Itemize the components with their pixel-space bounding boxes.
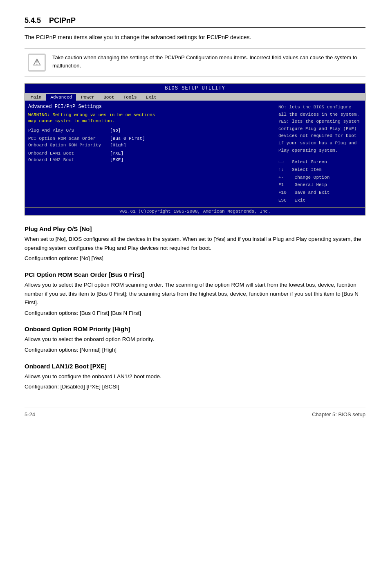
bios-header: BIOS SETUP UTILITY xyxy=(25,84,365,93)
subsection-onboard-option-rom-config: Configuration options: [Normal] [High] xyxy=(25,346,365,355)
bios-warning: WARNING: Setting wrong values in below s… xyxy=(28,112,271,125)
warning-text: Take caution when changing the settings … xyxy=(52,54,362,70)
bios-item-onboard-option-rom: Onboard Option ROM Priority [High] xyxy=(28,143,271,148)
warning-icon: ⚠ xyxy=(28,54,46,72)
footer-page-number: 5-24 xyxy=(25,411,35,417)
subsection-pci-option-rom-title: PCI Option ROM Scan Order [Bus 0 First] xyxy=(25,271,365,278)
subsection-onboard-option-rom-body: Allows you to select the onboard option … xyxy=(25,335,365,344)
bios-help-text: NO: lets the BIOS configure all the devi… xyxy=(278,104,362,154)
bios-item-group-1: Plug And Play O/S [No] xyxy=(28,128,271,133)
bios-item-onboard-option-label: Onboard Option ROM Priority xyxy=(28,143,110,148)
bios-key-select-item: ↑↓ Select Item xyxy=(278,166,362,174)
subsection-pci-option-rom-body: Allows you to select the PCI option ROM … xyxy=(25,281,365,307)
section-title: PCIPnP xyxy=(49,16,76,25)
subsection-onboard-lan-boot: Onboard LAN1/2 Boot [PXE] Allows you to … xyxy=(25,363,365,391)
bios-key-esc-exit: ESC Exit xyxy=(278,197,362,204)
warning-box: ⚠ Take caution when changing the setting… xyxy=(25,48,365,77)
subsection-plug-and-play-title: Plug And Play O/S [No] xyxy=(25,225,365,232)
bios-warning-line1: WARNING: Setting wrong values in below s… xyxy=(28,112,155,117)
bios-item-pci-option-rom: PCI Option ROM Scan Order [Bus 0 First] xyxy=(28,136,271,141)
bios-item-group-2: PCI Option ROM Scan Order [Bus 0 First] … xyxy=(28,136,271,148)
page-footer: 5-24 Chapter 5: BIOS setup xyxy=(25,408,365,417)
subsection-onboard-option-rom: Onboard Option ROM Priority [High] Allow… xyxy=(25,325,365,354)
section-heading: 5.4.5PCIPnP xyxy=(25,16,365,28)
bios-left-panel: Advanced PCI/PnP Settings WARNING: Setti… xyxy=(25,101,275,207)
bios-key-save-exit: F10 Save and Exit xyxy=(278,189,362,197)
footer-chapter: Chapter 5: BIOS setup xyxy=(312,411,365,417)
subsection-pci-option-rom: PCI Option ROM Scan Order [Bus 0 First] … xyxy=(25,271,365,317)
intro-text: The PCIPnP menu items allow you to chang… xyxy=(25,33,365,42)
subsection-onboard-option-rom-title: Onboard Option ROM Priority [High] xyxy=(25,325,365,332)
bios-item-lan1-value: [PXE] xyxy=(110,151,123,156)
bios-tab-exit[interactable]: Exit xyxy=(142,94,161,101)
bios-key-select-screen: ←→ Select Screen xyxy=(278,158,362,166)
bios-item-pci-option-label: PCI Option ROM Scan Order xyxy=(28,136,110,141)
bios-tab-tools[interactable]: Tools xyxy=(119,94,141,101)
subsection-plug-and-play-config: Configuration options: [No] [Yes] xyxy=(25,254,365,263)
bios-item-group-3: Onboard LAN1 Boot [PXE] Onboard LAN2 Boo… xyxy=(28,151,271,162)
bios-right-panel: NO: lets the BIOS configure all the devi… xyxy=(275,101,365,207)
subsection-onboard-lan-boot-body: Allows you to configure the onboard LAN1… xyxy=(25,372,365,381)
bios-section-title: Advanced PCI/PnP Settings xyxy=(28,104,271,110)
subsection-plug-and-play: Plug And Play O/S [No] When set to [No],… xyxy=(25,225,365,263)
bios-item-onboard-option-value: [High] xyxy=(110,143,126,148)
bios-item-plug-and-play: Plug And Play O/S [No] xyxy=(28,128,271,133)
bios-warning-line2: may cause system to malfunction. xyxy=(28,119,114,123)
bios-tab-main[interactable]: Main xyxy=(27,94,45,101)
bios-tab-advanced[interactable]: Advanced xyxy=(46,94,76,101)
bios-body: Advanced PCI/PnP Settings WARNING: Setti… xyxy=(25,101,365,207)
bios-footer: v02.61 (C)Copyright 1985-2008, American … xyxy=(25,207,365,215)
bios-screen: BIOS SETUP UTILITY Main Advanced Power B… xyxy=(25,83,365,215)
bios-key-change-option: +- Change Option xyxy=(278,174,362,182)
subsection-onboard-lan-boot-title: Onboard LAN1/2 Boot [PXE] xyxy=(25,363,365,370)
bios-item-lan1-boot: Onboard LAN1 Boot [PXE] xyxy=(28,151,271,156)
bios-item-plug-and-play-value: [No] xyxy=(110,128,121,133)
bios-tabs: Main Advanced Power Boot Tools Exit xyxy=(25,93,365,101)
subsection-plug-and-play-body: When set to [No], BIOS configures all th… xyxy=(25,235,365,252)
subsection-onboard-lan-boot-config: Configuration: [Disabled] [PXE] [iSCSI] xyxy=(25,382,365,391)
bios-item-lan1-label: Onboard LAN1 Boot xyxy=(28,151,110,156)
bios-keys: ←→ Select Screen ↑↓ Select Item +- Chang… xyxy=(278,158,362,204)
subsection-pci-option-rom-config: Configuration options: [Bus 0 First] [Bu… xyxy=(25,309,365,318)
bios-item-plug-and-play-label: Plug And Play O/S xyxy=(28,128,110,133)
bios-item-lan2-value: [PXE] xyxy=(110,157,123,162)
bios-key-general-help: F1 General Help xyxy=(278,181,362,189)
bios-tab-power[interactable]: Power xyxy=(77,94,99,101)
section-number: 5.4.5 xyxy=(25,16,41,25)
bios-item-lan2-boot: Onboard LAN2 Boot [PXE] xyxy=(28,157,271,162)
bios-item-pci-option-value: [Bus 0 First] xyxy=(110,136,145,141)
bios-tab-boot[interactable]: Boot xyxy=(99,94,118,101)
bios-item-lan2-label: Onboard LAN2 Boot xyxy=(28,157,110,162)
